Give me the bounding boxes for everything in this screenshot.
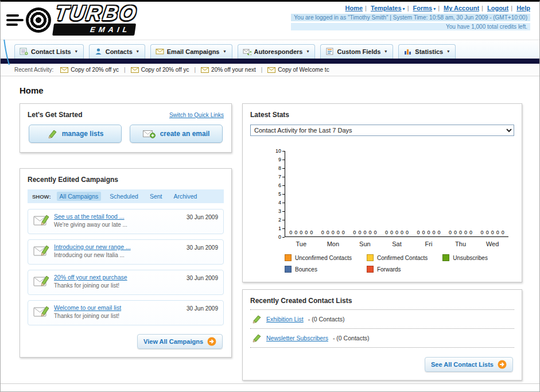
- tab-email-campaigns[interactable]: Email Campaigns▾: [150, 44, 232, 59]
- link-templates-label: Templates: [371, 5, 402, 11]
- filter-scheduled[interactable]: Scheduled: [107, 192, 141, 201]
- link-my-account[interactable]: My Account: [444, 5, 479, 11]
- tab-contacts[interactable]: Contacts▾: [89, 44, 145, 59]
- contact-list-row: Exhibition List - (0 Contacts): [250, 310, 514, 329]
- custom-fields-icon: [325, 48, 334, 55]
- chart-y-axis: 012345678910: [271, 151, 285, 237]
- tab-statistics[interactable]: Statistics▾: [398, 44, 456, 59]
- filter-all-campaigns[interactable]: All Campaigns: [57, 192, 102, 201]
- get-started-panel: Let's Get Started Switch to Quick Links …: [20, 103, 232, 153]
- recent-activity-item[interactable]: Copy of 20% off yc: [60, 67, 119, 73]
- contacts-icon: [94, 48, 103, 55]
- latest-stats-panel: Latest Stats Contact Activity for the La…: [242, 103, 522, 282]
- link-help[interactable]: Help: [516, 5, 530, 11]
- recent-activity-bar: Recent Activity: Copy of 20% off yc | Co…: [1, 64, 539, 76]
- see-all-contact-lists-button[interactable]: See All Contact Lists: [425, 357, 513, 372]
- recent-activity-item[interactable]: 20% off your next: [201, 67, 256, 73]
- switch-quick-links-link[interactable]: Switch to Quick Links: [169, 112, 224, 118]
- create-email-label: create an email: [160, 130, 210, 138]
- campaign-row: Introducing our new range ... Introducin…: [28, 239, 224, 265]
- separator: |: [124, 67, 126, 73]
- main-navbar: Contact Lists▾ Contacts▾ Email Campaigns…: [1, 40, 539, 59]
- circle-arrow-right-icon: [498, 360, 507, 369]
- separator: |: [194, 67, 196, 73]
- contact-list-count: - (0 Contacts): [308, 316, 345, 323]
- tab-autoresponders[interactable]: Autoresponders▾: [238, 44, 316, 59]
- autoresponders-icon: [243, 48, 251, 55]
- campaign-subtitle: Introducing our new Italia ...: [54, 252, 182, 258]
- chevron-down-icon: ▾: [137, 49, 139, 54]
- chevron-down-icon: ▾: [433, 6, 436, 11]
- campaign-row: Welcome to our email list Thanks for joi…: [28, 300, 224, 325]
- contact-list-link[interactable]: Exhibition List: [266, 316, 304, 323]
- campaign-date: 30 Jun 2009: [187, 305, 218, 312]
- create-email-button[interactable]: create an email: [130, 125, 223, 143]
- tab-label: Custom Fields: [337, 48, 380, 55]
- chevron-down-icon: ▾: [306, 49, 309, 54]
- envelope-pencil-icon: [33, 213, 49, 227]
- tab-label: Autoresponders: [254, 48, 303, 55]
- app-window: TURBO EMAIL Home| Templates▾| Forms▾| My…: [0, 0, 540, 392]
- envelope-pencil-icon: [33, 243, 49, 257]
- filter-archived[interactable]: Archived: [170, 192, 200, 201]
- campaign-title-link[interactable]: Introducing our new range ...: [54, 243, 182, 250]
- logo-speedlines-icon: [6, 14, 24, 26]
- chevron-down-icon: ▾: [384, 49, 387, 54]
- campaign-subtitle: Thanks for joining our list!: [54, 282, 182, 289]
- link-forms[interactable]: Forms▾: [413, 5, 436, 11]
- chart-legend: Unconfirmed Contacts Confirmed Contacts …: [285, 254, 514, 273]
- filter-sent[interactable]: Sent: [147, 192, 165, 201]
- link-logout[interactable]: Logout: [487, 5, 508, 11]
- separator: |: [407, 5, 409, 11]
- campaign-title-link[interactable]: Welcome to our email list: [54, 304, 182, 311]
- envelope-plus-icon: [143, 129, 156, 138]
- recent-activity-item[interactable]: Copy of 20% off yc: [131, 67, 189, 73]
- legend-item: Confirmed Contacts: [367, 254, 428, 261]
- decorative-line: [2, 37, 11, 66]
- legend-swatch-confirmed: [367, 254, 374, 261]
- view-all-campaigns-label: View All Campaigns: [143, 338, 203, 345]
- recent-activity-item[interactable]: Copy of Welcome tc: [267, 67, 329, 73]
- recently-edited-campaigns-panel: Recently Edited Campaigns SHOW: All Camp…: [20, 168, 232, 358]
- top-nav-links: Home| Templates▾| Forms▾| My Account| Lo…: [291, 5, 530, 11]
- tab-label: Contacts: [106, 48, 133, 55]
- recent-contact-lists-panel: Recently Created Contact Lists Exhibitio…: [242, 289, 522, 381]
- legend-label: Unconfirmed Contacts: [295, 255, 352, 261]
- campaign-title-link[interactable]: 20% off your next purchase: [54, 274, 182, 281]
- campaign-date: 30 Jun 2009: [187, 214, 218, 220]
- logo-disc-icon: [26, 7, 51, 33]
- page-title: Home: [20, 86, 522, 95]
- see-all-contact-lists-label: See All Contact Lists: [431, 361, 494, 368]
- separator: |: [481, 5, 483, 11]
- contact-activity-chart: 012345678910 00000Tue00000Mon00000Sun000…: [271, 151, 508, 237]
- latest-stats-title: Latest Stats: [250, 111, 514, 119]
- envelope-icon: [267, 67, 275, 73]
- link-templates[interactable]: Templates▾: [371, 5, 405, 11]
- envelope-pencil-icon: [33, 304, 49, 318]
- campaign-title-link[interactable]: See us at the retail food ...: [54, 213, 182, 220]
- campaign-date: 30 Jun 2009: [187, 244, 218, 251]
- tab-custom-fields[interactable]: Custom Fields▾: [320, 44, 393, 59]
- legend-label: Forwards: [377, 266, 401, 273]
- stats-activity-select[interactable]: Contact Activity for the Last 7 Days: [250, 125, 514, 136]
- envelope-icon: [60, 67, 68, 73]
- contact-lists-title: Recently Created Contact Lists: [250, 297, 514, 310]
- header: TURBO EMAIL Home| Templates▾| Forms▾| My…: [1, 2, 539, 40]
- recent-activity-text: Copy of 20% off yc: [141, 67, 189, 73]
- manage-lists-label: manage lists: [62, 130, 104, 138]
- view-all-campaigns-button[interactable]: View All Campaigns: [137, 334, 223, 349]
- manage-lists-button[interactable]: manage lists: [29, 125, 122, 143]
- email-campaigns-icon: [156, 48, 164, 55]
- legend-item: Unconfirmed Contacts: [285, 254, 352, 261]
- link-forms-label: Forms: [413, 5, 433, 11]
- contact-list-row: Newsletter Subscribers - (0 Contacts): [250, 329, 514, 348]
- legend-swatch-bounces: [285, 266, 292, 273]
- link-home[interactable]: Home: [345, 5, 363, 11]
- tab-contact-lists[interactable]: Contact Lists▾: [14, 44, 84, 59]
- campaign-row: See us at the retail food ... We're givi…: [28, 209, 224, 234]
- recent-activity-label: Recent Activity:: [14, 67, 53, 73]
- statistics-icon: [403, 48, 412, 55]
- contact-list-link[interactable]: Newsletter Subscribers: [266, 335, 328, 341]
- tab-label: Email Campaigns: [167, 48, 220, 55]
- legend-item: Forwards: [367, 266, 428, 273]
